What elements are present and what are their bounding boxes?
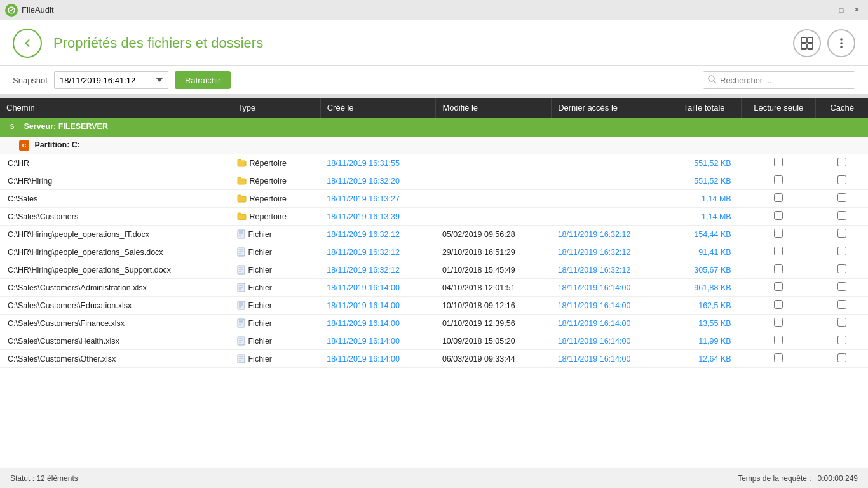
close-button[interactable]: ✕ — [850, 4, 863, 17]
cell-taille: 551,52 KB — [667, 172, 741, 190]
cell-type: Répertoire — [231, 172, 320, 190]
titlebar: FileAudit – □ ✕ — [0, 0, 868, 20]
grid-icon-button[interactable] — [793, 29, 821, 57]
cell-lecture-seule — [742, 350, 816, 368]
col-modifie-le: Modifié le — [436, 98, 552, 118]
lecture-seule-checkbox[interactable] — [774, 282, 783, 291]
svg-rect-1 — [801, 37, 806, 43]
cache-checkbox[interactable] — [837, 175, 846, 184]
lecture-seule-checkbox[interactable] — [774, 211, 783, 220]
restore-button[interactable]: □ — [835, 4, 848, 17]
lecture-seule-checkbox[interactable] — [774, 175, 783, 184]
cell-modifie-le — [436, 154, 552, 172]
cell-dernier-acces: 18/11/2019 16:14:00 — [552, 350, 667, 368]
cell-chemin: C:\HR\Hiring\people_operations_IT.docx — [0, 226, 231, 243]
lecture-seule-checkbox[interactable] — [774, 264, 783, 273]
svg-rect-17 — [238, 355, 245, 363]
cell-cache — [816, 332, 868, 350]
cell-chemin: C:\Sales\Customers\Finance.xlsx — [0, 315, 231, 332]
cell-lecture-seule — [742, 279, 816, 297]
cell-type: Fichier — [231, 279, 320, 297]
cell-cache — [816, 297, 868, 315]
svg-rect-11 — [238, 248, 245, 256]
snapshot-select[interactable]: 18/11/2019 16:41:12 — [54, 71, 168, 89]
cell-type: Répertoire — [231, 190, 320, 208]
lecture-seule-checkbox[interactable] — [774, 158, 783, 166]
cache-checkbox[interactable] — [837, 318, 846, 327]
lecture-seule-checkbox[interactable] — [774, 247, 783, 255]
cell-cache — [816, 350, 868, 368]
cell-type: Fichier — [231, 350, 320, 368]
table-body: S Serveur: FILESERVER C Partition: C: C:… — [0, 118, 868, 368]
table-row: C:\Sales Répertoire 18/11/2019 16:13:27 … — [0, 190, 868, 208]
cell-lecture-seule — [742, 315, 816, 332]
cell-cree-le: 18/11/2019 16:32:12 — [320, 226, 436, 243]
lecture-seule-checkbox[interactable] — [774, 318, 783, 327]
table-row: C:\Sales\Customers\Education.xlsx Fichie… — [0, 297, 868, 315]
server-icon: S — [6, 121, 18, 133]
cache-checkbox[interactable] — [837, 193, 846, 202]
col-taille: Taille totale — [667, 98, 741, 118]
table-header-row: Chemin Type Créé le Modifié le Dernier a… — [0, 98, 868, 118]
svg-point-5 — [840, 38, 843, 41]
svg-rect-10 — [238, 230, 245, 238]
cell-type: Répertoire — [231, 154, 320, 172]
cell-cache — [816, 315, 868, 332]
cell-cree-le: 18/11/2019 16:32:12 — [320, 261, 436, 279]
cell-taille: 11,99 KB — [667, 332, 741, 350]
cell-dernier-acces: 18/11/2019 16:14:00 — [552, 315, 667, 332]
cell-cree-le: 18/11/2019 16:31:55 — [320, 154, 436, 172]
cell-taille: 1,14 MB — [667, 190, 741, 208]
svg-point-7 — [840, 46, 843, 48]
col-cree-le: Créé le — [320, 98, 436, 118]
col-type: Type — [231, 98, 320, 118]
cell-modifie-le: 10/09/2018 15:05:20 — [436, 332, 552, 350]
lecture-seule-checkbox[interactable] — [774, 353, 783, 362]
lecture-seule-checkbox[interactable] — [774, 193, 783, 202]
more-options-button[interactable] — [827, 29, 855, 57]
refresh-button[interactable]: Rafraîchir — [175, 71, 231, 89]
cell-modifie-le: 01/10/2019 12:39:56 — [436, 315, 552, 332]
back-button[interactable] — [13, 29, 42, 58]
cache-checkbox[interactable] — [837, 264, 846, 273]
table-row: C:\Sales\Customers\Administration.xlsx F… — [0, 279, 868, 297]
cell-chemin: C:\HR — [0, 154, 231, 172]
lecture-seule-checkbox[interactable] — [774, 300, 783, 309]
svg-rect-13 — [238, 283, 245, 292]
search-input[interactable] — [703, 71, 855, 89]
cache-checkbox[interactable] — [837, 336, 846, 344]
cache-checkbox[interactable] — [837, 211, 846, 220]
search-box — [703, 71, 855, 89]
cell-chemin: C:\Sales\Customers\Education.xlsx — [0, 297, 231, 315]
cell-cache — [816, 172, 868, 190]
cell-dernier-acces: 18/11/2019 16:32:12 — [552, 226, 667, 243]
cache-checkbox[interactable] — [837, 229, 846, 238]
cell-chemin: C:\Sales\Customers\Health.xlsx — [0, 332, 231, 350]
table-row: C:\Sales\Customers Répertoire 18/11/2019… — [0, 208, 868, 226]
minimize-button[interactable]: – — [820, 4, 832, 17]
lecture-seule-checkbox[interactable] — [774, 336, 783, 344]
cell-cree-le: 18/11/2019 16:14:00 — [320, 279, 436, 297]
cell-dernier-acces — [552, 190, 667, 208]
cache-checkbox[interactable] — [837, 282, 846, 291]
cell-chemin: C:\Sales\Customers\Other.xlsx — [0, 350, 231, 368]
cell-type: Fichier — [231, 243, 320, 261]
lecture-seule-checkbox[interactable] — [774, 229, 783, 238]
cell-taille: 551,52 KB — [667, 154, 741, 172]
cell-lecture-seule — [742, 208, 816, 226]
items-count: 12 éléments — [36, 474, 78, 483]
cache-checkbox[interactable] — [837, 300, 846, 309]
cache-checkbox[interactable] — [837, 158, 846, 166]
cell-cache — [816, 226, 868, 243]
cell-lecture-seule — [742, 190, 816, 208]
cell-lecture-seule — [742, 154, 816, 172]
col-cache: Caché — [816, 98, 868, 118]
cell-lecture-seule — [742, 172, 816, 190]
cache-checkbox[interactable] — [837, 247, 846, 255]
cell-modifie-le — [436, 172, 552, 190]
cell-chemin: C:\Sales\Customers — [0, 208, 231, 226]
toolbar: Snapshot 18/11/2019 16:41:12 Rafraîchir — [0, 66, 868, 95]
cell-lecture-seule — [742, 243, 816, 261]
svg-rect-2 — [808, 37, 813, 43]
cache-checkbox[interactable] — [837, 353, 846, 362]
